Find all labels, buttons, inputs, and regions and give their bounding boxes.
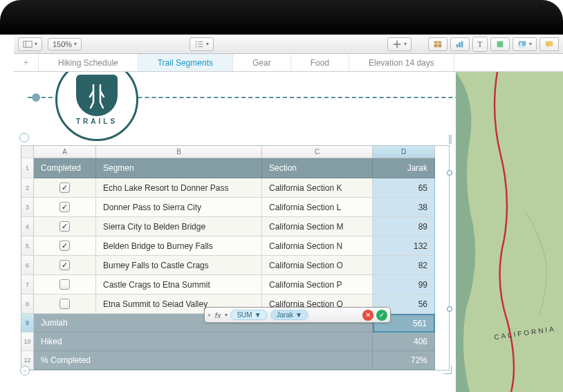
tab-gear[interactable]: Gear	[233, 54, 291, 71]
text-button[interactable]: T	[472, 37, 488, 52]
row-number[interactable]: 5	[21, 236, 34, 256]
selection-handle[interactable]	[447, 170, 452, 176]
sheet-tabs: + Hiking Schedule Trail Segments Gear Fo…	[14, 54, 563, 72]
selection-handle[interactable]	[447, 306, 452, 312]
add-sheet-button[interactable]: +	[14, 54, 39, 71]
row-number[interactable]: 7	[21, 275, 34, 295]
shape-button[interactable]	[490, 37, 510, 51]
tab-hiking-schedule[interactable]: Hiking Schedule	[39, 54, 138, 71]
footer-label[interactable]: Hiked	[34, 333, 373, 351]
view-menu-button[interactable]: ▾	[18, 37, 42, 51]
svg-rect-13	[456, 44, 459, 47]
table-row: 2✓Echo Lake Resort to Donner PassCalifor…	[21, 178, 449, 198]
tab-food[interactable]: Food	[291, 54, 349, 71]
svg-rect-0	[24, 41, 32, 47]
cell-distance[interactable]: 99	[373, 275, 435, 295]
cell-section[interactable]: California Section P	[262, 275, 373, 295]
cell-segment[interactable]: Sierra City to Belden Bridge	[96, 217, 262, 236]
corner-cell[interactable]	[21, 146, 34, 158]
table-button[interactable]	[428, 37, 447, 51]
cell-segment[interactable]: Burney Falls to Castle Crags	[96, 256, 262, 275]
cell-section[interactable]: California Section L	[262, 198, 373, 217]
tab-elevation[interactable]: Elevation 14 days	[349, 54, 454, 71]
cell-segment[interactable]: Castle Crags to Etna Summit	[96, 275, 262, 295]
cell-section[interactable]: California Section K	[262, 178, 373, 198]
table-origin-handle[interactable]	[19, 133, 29, 142]
formula-arg-token[interactable]: Jarak ▼	[270, 310, 308, 320]
cell-completed[interactable]	[34, 275, 96, 295]
checkbox[interactable]: ✓	[59, 221, 70, 232]
formula-cancel-button[interactable]: ✕	[362, 310, 373, 321]
trails-logo[interactable]: TRAILS	[55, 72, 138, 141]
tab-trail-segments[interactable]: Trail Segments	[138, 54, 233, 71]
table-column-add-handle[interactable]: ǁ	[448, 134, 451, 144]
chevron-down-icon: ▾	[529, 41, 532, 47]
cell-completed[interactable]: ✓	[34, 198, 96, 217]
col-header-c[interactable]: C	[262, 146, 373, 158]
table-resize-handle[interactable]	[443, 366, 452, 374]
header-distance[interactable]: Jarak	[373, 158, 435, 178]
insert-button[interactable]: ▾	[387, 37, 412, 51]
cell-completed[interactable]: ✓	[34, 256, 96, 275]
cell-section[interactable]: California Section O	[262, 256, 373, 275]
cell-completed[interactable]: ✓	[34, 178, 96, 198]
svg-point-2	[196, 41, 197, 42]
map-image[interactable]: CALIFORNIA	[456, 72, 563, 392]
comment-button[interactable]	[539, 37, 559, 51]
footer-value[interactable]: 406	[373, 333, 435, 351]
checkbox[interactable]: ✓	[59, 183, 70, 193]
header-section[interactable]: Section	[262, 158, 373, 178]
table-row-add-handle[interactable]: =	[20, 366, 30, 375]
svg-point-6	[196, 46, 197, 47]
svg-point-4	[196, 44, 197, 45]
formula-editor[interactable]: ● fx ▾ SUM▼ Jarak ▼ ✕ ✓	[204, 307, 391, 323]
cell-distance[interactable]: 132	[373, 236, 435, 256]
table-row: 3✓Donner Pass to Sierra CityCalifornia S…	[21, 198, 449, 217]
row-number[interactable]: 6	[21, 256, 34, 275]
checkbox[interactable]	[59, 299, 70, 309]
checkbox[interactable]: ✓	[59, 260, 70, 270]
svg-rect-15	[461, 41, 463, 47]
table-row: 4✓Sierra City to Belden BridgeCalifornia…	[21, 217, 449, 236]
alignment-handle[interactable]	[32, 93, 40, 102]
header-completed[interactable]: Completed	[34, 158, 96, 178]
cell-segment[interactable]: Donner Pass to Sierra City	[96, 198, 262, 217]
svg-rect-19	[546, 41, 553, 46]
cell-distance[interactable]: 89	[373, 217, 435, 236]
col-header-a[interactable]: A	[34, 146, 96, 158]
cell-completed[interactable]	[34, 295, 96, 314]
chevron-down-icon[interactable]: ▾	[225, 312, 228, 318]
cell-segment[interactable]: Echo Lake Resort to Donner Pass	[96, 178, 262, 198]
spreadsheet-table: ǁ A B C D 1 Completed Segmen Section Ja	[21, 134, 450, 371]
cell-section[interactable]: California Section N	[262, 236, 373, 256]
row-number[interactable]: 9	[21, 314, 34, 333]
chart-button[interactable]	[450, 37, 470, 51]
row-number[interactable]: 8	[21, 295, 34, 314]
zoom-selector[interactable]: 150% ▾	[48, 38, 82, 50]
row-number[interactable]: 1	[21, 158, 34, 178]
media-button[interactable]: ▾	[513, 37, 537, 51]
cell-distance[interactable]: 65	[373, 178, 435, 198]
checkbox[interactable]: ✓	[59, 202, 70, 212]
cell-completed[interactable]: ✓	[34, 217, 96, 236]
cell-distance[interactable]: 38	[373, 198, 435, 217]
list-style-button[interactable]: ▾	[190, 37, 214, 51]
cell-section[interactable]: California Section M	[262, 217, 373, 236]
col-header-d[interactable]: D	[373, 146, 435, 158]
formula-function-token[interactable]: SUM▼	[230, 310, 267, 320]
footer-label[interactable]: % Completed	[34, 351, 373, 370]
row-number[interactable]: 2	[21, 178, 34, 198]
cell-segment[interactable]: Belden Bridge to Burney Falls	[96, 236, 262, 256]
row-number[interactable]: 4	[21, 217, 34, 236]
toolbar: ▾ 150% ▾ ▾ ▾ T ▾	[14, 35, 563, 54]
footer-value[interactable]: 72%	[373, 351, 435, 370]
cell-completed[interactable]: ✓	[34, 236, 96, 256]
row-number[interactable]: 10	[21, 333, 34, 351]
checkbox[interactable]: ✓	[59, 241, 70, 251]
formula-accept-button[interactable]: ✓	[376, 310, 387, 321]
header-segment[interactable]: Segmen	[96, 158, 262, 178]
row-number[interactable]: 3	[21, 198, 34, 217]
col-header-b[interactable]: B	[96, 146, 262, 158]
cell-distance[interactable]: 82	[373, 256, 435, 275]
checkbox[interactable]	[59, 279, 70, 290]
